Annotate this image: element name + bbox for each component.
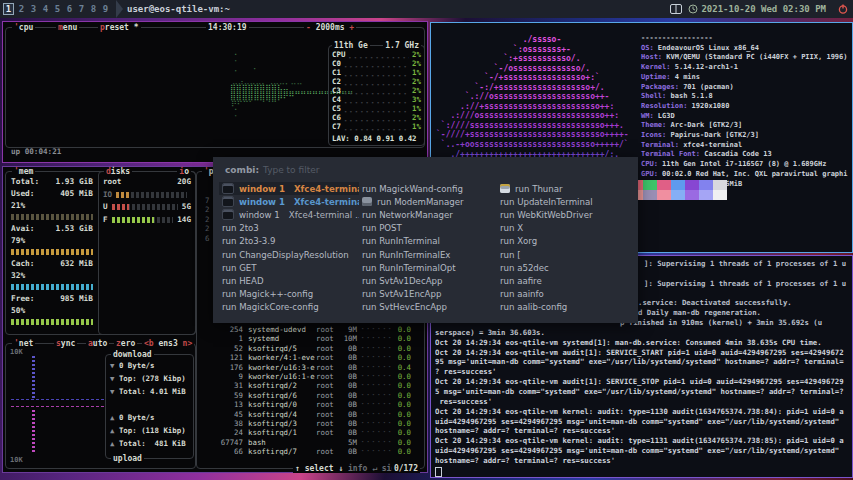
launcher-item[interactable]: run GET <box>219 261 359 274</box>
cpu-graph-segment: ⠄ <box>253 64 259 72</box>
process-row[interactable]: 24ksoftirqd/1root0B⠂⠂⠂⠂⠂⠂0.0 <box>197 428 422 437</box>
launcher-item[interactable]: run MagickCore-config <box>219 301 359 314</box>
launcher-item[interactable]: run UpdateInTerminal <box>497 195 633 208</box>
launcher-item[interactable]: run RunInTerminalEx <box>359 248 497 261</box>
launcher-item[interactable]: run HEAD <box>219 274 359 287</box>
cpu-clock-time: 14:30:19 <box>206 23 249 32</box>
palette-swatch <box>685 190 699 200</box>
palette-swatch <box>685 180 699 190</box>
rofi-launcher[interactable]: combi:Type to filter window 1Xfce4-termi… <box>213 157 638 323</box>
net-auto-toggle[interactable]: auto <box>86 339 109 348</box>
disk-root-entry: root20G IO U5G F14G <box>99 176 195 226</box>
process-row[interactable]: 176kworker/u16:3-eroot0B⠂⠂⠂⠂⠂⠂0.4 <box>197 363 422 372</box>
net-zero-toggle[interactable]: zero <box>114 339 137 348</box>
launcher-column-2: run MagickWand-configrun ModemManagerrun… <box>359 182 497 314</box>
neofetch-info-line: Resolution: 1920x1080 <box>641 102 848 112</box>
terminal-icon <box>222 209 234 220</box>
interval-minus-button[interactable]: - <box>306 23 316 32</box>
cpu-box: 'cpu menu preset * 14:30:19 - 2000ms + ⡁… <box>5 27 425 148</box>
process-row[interactable]: 9kworker/u16:1-eroot0B⠂⠂⠂⠂⠂⠂0.0 <box>197 372 422 381</box>
workspace-6[interactable]: 6 <box>65 4 74 14</box>
launcher-item[interactable]: run aainfo <box>497 288 633 301</box>
launcher-item[interactable]: run NetworkManager <box>359 208 497 221</box>
launcher-item[interactable]: run ModemManager <box>359 195 497 208</box>
workspace-1[interactable]: 1 <box>3 3 14 15</box>
process-row[interactable]: 121kworker/4:1-everoot0B⠂⠂⠂⠂⠂⠂0.0 <box>197 353 422 362</box>
launcher-item[interactable]: run RunInTerminal <box>359 235 497 248</box>
process-row[interactable]: 31ksoftirqd/2root0B⠂⠂⠂⠂⠂⠂0.0 <box>197 381 422 390</box>
launcher-item[interactable]: run aalib-config <box>497 301 633 314</box>
process-row[interactable]: 45ksoftirqd/4root0B⠂⠂⠂⠂⠂⠂0.0 <box>197 410 422 419</box>
log-line: Oct 20 14:29:34 eos-qtile-vm systemd[1]:… <box>435 338 850 348</box>
process-row[interactable]: 59ksoftirqd/6root0B⠂⠂⠂⠂⠂⠂0.0 <box>197 391 422 400</box>
preset-button[interactable]: preset * <box>98 23 141 32</box>
launcher-item[interactable]: window 1Xfce4-terminal … <box>219 182 359 195</box>
launcher-item[interactable]: window 1Xfce4-terminal … <box>219 195 359 208</box>
net-interface-switcher[interactable]: <b ens3 n> <box>142 339 194 348</box>
io-toggle[interactable]: io <box>177 167 191 176</box>
launcher-item[interactable]: run Xorg <box>497 235 633 248</box>
workspace-9[interactable]: 9 <box>101 4 110 14</box>
launcher-item[interactable]: run Magick++-config <box>219 288 359 301</box>
workspace-2[interactable]: 2 <box>17 4 26 14</box>
power-icon[interactable] <box>838 4 848 14</box>
cpu-core-box: 11th Ge 1.7 GHz CPU⡀⡀⡀⡀⡀⡀⡀⡀⡀⡀⡀⡀2%C0⡀⡀⡀⡀⡀… <box>328 45 425 146</box>
modem-icon <box>362 197 372 206</box>
neofetch-info-line: CPU: 11th Gen Intel i7-1165G7 (8) @ 1.68… <box>641 160 848 170</box>
palette-swatch <box>699 180 713 190</box>
launcher-item[interactable]: run RunInTerminalOpt <box>359 261 497 274</box>
net-sync-toggle[interactable]: sync <box>54 339 77 348</box>
launcher-item[interactable]: run aafire <box>497 274 633 287</box>
log-line: res=success' <box>435 397 850 407</box>
process-row[interactable]: 254systemd-udevdroot9M⠂⠂⠂⠂⠂⠂0.0 <box>197 325 422 334</box>
terminal-bpytop-cpu[interactable]: 'cpu menu preset * 14:30:19 - 2000ms + ⡁… <box>2 21 428 163</box>
clock-widget[interactable]: 2021-10-20 Wed 02:30 PM <box>701 4 826 14</box>
workspace-7[interactable]: 7 <box>77 4 86 14</box>
launcher-prompt[interactable]: combi:Type to filter <box>225 165 319 175</box>
workspace-5[interactable]: 5 <box>53 4 62 14</box>
log-line: 5 msg='unit=man-db comm="systemd" exe="/… <box>435 387 850 397</box>
interval-control[interactable]: - 2000ms + <box>304 23 356 32</box>
workspace-4[interactable]: 4 <box>41 4 50 14</box>
launcher-item[interactable]: run SvtHevcEncApp <box>359 301 497 314</box>
process-row[interactable]: 52ksoftirqd/5root0B⠂⠂⠂⠂⠂⠂0.0 <box>197 344 422 353</box>
log-line: Oct 20 14:29:34 eos-qtile-vm audit[1]: S… <box>435 348 850 358</box>
workspace-8[interactable]: 8 <box>89 4 98 14</box>
disk-io-meter <box>116 192 187 198</box>
launcher-item[interactable]: run [ <box>497 248 633 261</box>
launcher-item[interactable]: run ChangeDisplayResolution <box>219 248 359 261</box>
cpu-core-row: C6⡀⡀⡀⡀⡀⡀⡀⡀⡀⡀⡀⡀2% <box>332 113 421 122</box>
menu-button[interactable]: menu <box>56 23 79 32</box>
mem-stat-label: Used:405 MiB <box>6 188 98 200</box>
launcher-item[interactable]: run SvtAv1DecApp <box>359 274 497 287</box>
cpu-core-row: C1⡀⡀⡀⡀⡀⡀⡀⡀⡀⡀⡀⡀1% <box>332 68 421 77</box>
neofetch-info-line: Shell: bash 5.1.8 <box>641 92 848 102</box>
process-row[interactable]: 13ksoftirqd/0root0B⠂⠂⠂⠂⠂⠂0.0 <box>197 400 422 409</box>
launcher-item[interactable]: run POST <box>359 222 497 235</box>
process-row[interactable]: 67747bash5M⠂⠂⠂⠂⠂⠂0.0 <box>197 438 422 447</box>
cpu-graph-segment: ⡁ <box>234 109 240 117</box>
interval-plus-button[interactable]: + <box>345 23 355 32</box>
launcher-item[interactable]: run 2to3 <box>219 222 359 235</box>
systray-window-icon[interactable] <box>670 4 682 14</box>
log-line: serspace) = 3min 36.603s. <box>435 328 850 338</box>
terminal-cursor <box>435 467 442 477</box>
process-row[interactable]: 38ksoftirqd/3root0B⠂⠂⠂⠂⠂⠂0.0 <box>197 419 422 428</box>
launcher-item[interactable]: run MagickWand-config <box>359 182 497 195</box>
launcher-item[interactable]: window 1Xfce4-terminal … <box>219 208 359 221</box>
terminal-icon <box>222 183 234 194</box>
mem-box: 'mem Total:1.93 GiBUsed:405 MiB21%Avai:1… <box>5 171 196 335</box>
proc-occluded-pid: 2 <box>205 205 209 214</box>
launcher-item[interactable]: run SvtAv1EncApp <box>359 288 497 301</box>
palette-swatch <box>713 180 727 190</box>
launcher-item[interactable]: run Thunar <box>497 182 633 195</box>
launcher-item[interactable]: run WebKitWebDriver <box>497 208 633 221</box>
cpu-core-row: CPU⡀⡀⡀⡀⡀⡀⡀⡀⡀⡀⡀⡀2% <box>332 50 421 59</box>
process-row[interactable]: 1systemdroot10M⠂⠂⠂⠂⠂⠂0.0 <box>197 334 422 343</box>
launcher-item[interactable]: run a52dec <box>497 261 633 274</box>
palette-swatch <box>713 190 727 200</box>
launcher-item[interactable]: run X <box>497 222 633 235</box>
launcher-item[interactable]: run 2to3-3.9 <box>219 235 359 248</box>
process-row[interactable]: 66ksoftirqd/7root0B⠂⠂⠂⠂⠂⠂0.0 <box>197 447 422 456</box>
workspace-3[interactable]: 3 <box>29 4 38 14</box>
